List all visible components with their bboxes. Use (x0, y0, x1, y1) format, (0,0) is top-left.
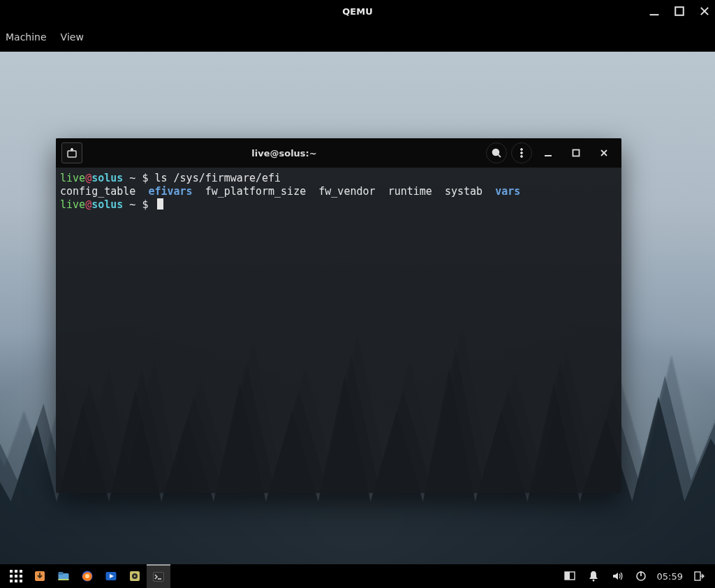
qemu-maximize-button[interactable] (673, 5, 686, 17)
apps-grid-icon (10, 570, 22, 582)
svg-rect-27 (154, 573, 164, 582)
svg-rect-19 (59, 579, 69, 580)
terminal-minimize-button[interactable] (536, 138, 560, 168)
menu-view[interactable]: View (61, 31, 84, 43)
tray-volume[interactable] (605, 564, 629, 588)
svg-rect-29 (565, 572, 570, 580)
terminal-line-2: config_table efivars fw_platform_size fw… (60, 185, 520, 198)
terminal-line-1: live@solus ~ $ ls /sys/firmware/efi (60, 172, 281, 184)
terminal-window[interactable]: live@solus:~ live@solus ~ $ ls / (56, 138, 621, 493)
tray-notifications[interactable] (582, 564, 605, 588)
firefox-icon (81, 570, 94, 582)
guest-desktop[interactable]: live@solus:~ live@solus ~ $ ls / (0, 52, 715, 564)
terminal-cursor (157, 198, 163, 210)
terminal-maximize-button[interactable] (564, 138, 588, 168)
svg-rect-1 (675, 7, 684, 15)
files-icon (57, 570, 70, 582)
play-icon (105, 570, 117, 582)
svg-point-21 (85, 574, 89, 578)
svg-rect-33 (695, 572, 700, 580)
firefox-launcher[interactable] (75, 564, 99, 588)
svg-point-7 (493, 149, 499, 156)
svg-line-8 (499, 155, 501, 158)
qemu-menubar: Machine View (0, 22, 715, 52)
terminal-title: live@solus:~ (88, 148, 480, 159)
qemu-title: QEMU (342, 6, 372, 17)
menu-button[interactable] (511, 142, 532, 163)
tray-session[interactable] (687, 564, 711, 588)
svg-rect-4 (68, 151, 76, 157)
new-tab-button[interactable] (61, 142, 82, 163)
terminal-body[interactable]: live@solus ~ $ ls /sys/firmware/efi conf… (56, 168, 621, 493)
speaker-icon (128, 570, 141, 582)
search-button[interactable] (486, 142, 507, 163)
terminal-close-button[interactable] (592, 138, 616, 168)
svg-point-30 (592, 580, 594, 582)
download-icon (34, 570, 46, 582)
bell-icon (587, 570, 600, 582)
qemu-close-button[interactable] (698, 5, 711, 17)
svg-rect-13 (573, 150, 580, 156)
terminal-line-3: live@solus ~ $ (60, 198, 163, 211)
svg-rect-18 (59, 572, 64, 575)
task-terminal[interactable] (147, 564, 170, 588)
terminal-headerbar[interactable]: live@solus:~ (56, 138, 621, 168)
svg-point-26 (134, 575, 136, 578)
installer-launcher[interactable] (28, 564, 52, 588)
power-icon (635, 570, 647, 582)
qemu-titlebar: QEMU (0, 0, 715, 22)
svg-point-9 (521, 149, 523, 151)
applications-button[interactable] (4, 564, 28, 588)
terminal-icon (152, 571, 165, 583)
files-launcher[interactable] (52, 564, 75, 588)
music-launcher[interactable] (123, 564, 147, 588)
tray-power[interactable] (629, 564, 653, 588)
panel-clock[interactable]: 05:59 (653, 571, 687, 582)
bottom-panel: 05:59 (0, 564, 715, 588)
menu-machine[interactable]: Machine (6, 31, 47, 43)
tray-workspace[interactable] (558, 564, 582, 588)
qemu-minimize-button[interactable] (648, 5, 661, 17)
workspace-icon (563, 570, 576, 582)
logout-icon (693, 570, 705, 582)
svg-point-10 (521, 152, 523, 154)
svg-point-11 (521, 156, 523, 158)
media-launcher[interactable] (99, 564, 123, 588)
volume-icon (611, 570, 624, 582)
